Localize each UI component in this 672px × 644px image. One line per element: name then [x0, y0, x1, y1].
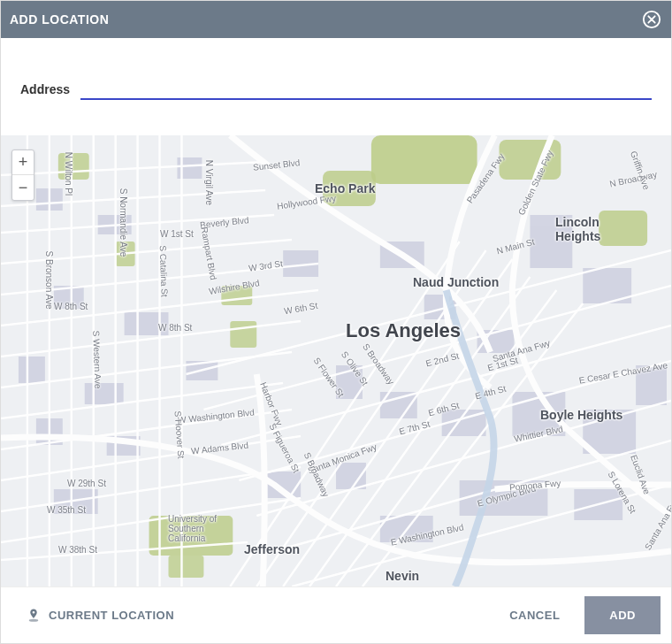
add-button[interactable]: ADD: [584, 596, 661, 634]
current-location-label: CURRENT LOCATION: [49, 609, 174, 622]
zoom-out-button[interactable]: −: [12, 175, 34, 200]
close-button[interactable]: [641, 9, 662, 30]
address-row: Address: [1, 38, 671, 135]
svg-rect-11: [169, 556, 204, 578]
svg-rect-3: [323, 171, 376, 206]
location-pin-icon: [26, 608, 42, 624]
svg-rect-24: [530, 215, 572, 268]
modal-header: ADD LOCATION: [1, 1, 671, 38]
svg-rect-9: [221, 286, 252, 305]
current-location-button[interactable]: CURRENT LOCATION: [10, 601, 190, 631]
svg-point-75: [29, 618, 39, 621]
map-tiles: [1, 135, 671, 586]
svg-rect-4: [500, 140, 561, 180]
svg-rect-2: [371, 135, 477, 184]
modal-footer: CURRENT LOCATION CANCEL ADD: [1, 586, 671, 643]
zoom-in-button[interactable]: +: [12, 150, 34, 175]
modal-title: ADD LOCATION: [10, 12, 109, 27]
svg-rect-5: [599, 211, 647, 246]
zoom-controls: + −: [11, 150, 34, 201]
address-label: Address: [20, 82, 70, 100]
svg-rect-17: [19, 356, 45, 383]
svg-rect-6: [149, 516, 233, 556]
map-canvas[interactable]: + − Los AngelesEcho ParkLincoln HeightsN…: [1, 135, 671, 586]
svg-rect-18: [85, 383, 124, 404]
close-icon: [642, 10, 661, 29]
add-location-modal: ADD LOCATION Address: [0, 0, 672, 644]
svg-rect-7: [58, 153, 89, 180]
cancel-button[interactable]: CANCEL: [485, 596, 584, 634]
svg-rect-16: [125, 312, 169, 335]
svg-rect-10: [230, 321, 256, 348]
address-input[interactable]: [80, 77, 652, 100]
svg-rect-31: [636, 365, 667, 405]
